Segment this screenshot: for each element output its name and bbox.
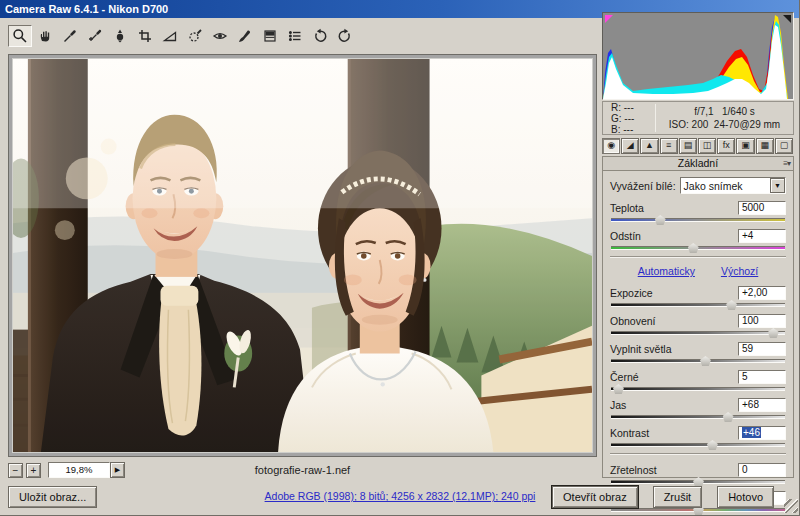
jas-slider[interactable] xyxy=(611,415,785,419)
vyplnit-svetla-value-input[interactable]: 59 xyxy=(738,342,786,356)
separator xyxy=(610,453,786,455)
teplota-slider[interactable] xyxy=(611,218,785,222)
exposure-info: f/7,1 1/640 s ISO: 200 24-70@29 mm xyxy=(656,105,793,131)
photo-preview[interactable] xyxy=(12,58,593,453)
tab-tone-curve[interactable]: ◢ xyxy=(621,138,639,154)
slider-thumb[interactable] xyxy=(768,328,779,338)
eyedropper-icon xyxy=(62,28,78,44)
white-balance-label: Vyvážení bílé: xyxy=(610,180,676,192)
targeted-adjustment-tool-button[interactable] xyxy=(108,25,132,47)
adjustment-brush-tool-button[interactable] xyxy=(233,25,257,47)
adjustment-tabs: ◉ ◢ ▲ ≡ ▤ ◫ fx ▣ ▦ ▢ xyxy=(602,138,794,154)
chevron-down-icon: ▼ xyxy=(770,178,785,193)
panel-header: Základní ≡▾ xyxy=(602,156,794,170)
rgb-readout: R: --- G: --- B: --- xyxy=(603,102,655,135)
camera-raw-dialog: Camera Raw 6.4.1 - Nikon D700 ✓ Náhled ↔ xyxy=(0,0,800,516)
obnoveni-value-input[interactable]: 100 xyxy=(738,314,786,328)
tab-split-toning[interactable]: ▤ xyxy=(679,138,697,154)
white-balance-value: Jako snímek xyxy=(681,180,770,192)
tab-detail[interactable]: ▲ xyxy=(640,138,658,154)
default-link[interactable]: Výchozí xyxy=(721,265,758,277)
slider-thumb[interactable] xyxy=(723,412,734,422)
slider-thumb[interactable] xyxy=(707,440,718,450)
tab-snapshots[interactable]: ▢ xyxy=(775,138,793,154)
tab-hsl-grayscale[interactable]: ≡ xyxy=(660,138,678,154)
red-eye-removal-tool-button[interactable] xyxy=(208,25,232,47)
slider-row-kontrast: Kontrast +46 xyxy=(610,425,786,447)
shadow-clipping-indicator[interactable] xyxy=(605,15,613,23)
slider-thumb[interactable] xyxy=(700,356,711,366)
zretelnost-value-input[interactable]: 0 xyxy=(738,463,786,477)
window-title: Camera Raw 6.4.1 - Nikon D700 xyxy=(5,3,168,15)
white-balance-select[interactable]: Jako snímek ▼ xyxy=(680,177,786,194)
teplota-value-input[interactable]: 5000 xyxy=(738,201,786,215)
cancel-button[interactable]: Zrušit xyxy=(653,486,703,508)
color-sampler-tool-button[interactable] xyxy=(83,25,107,47)
slider-thumb[interactable] xyxy=(655,215,666,225)
straighten-icon xyxy=(162,28,178,44)
vyplnit-svetla-slider[interactable] xyxy=(611,359,785,363)
viewer-statusbar: − + 19,8% ▶ fotografie-raw-1.nef xyxy=(8,460,597,480)
spot-removal-tool-button[interactable] xyxy=(183,25,207,47)
slider-thumb[interactable] xyxy=(688,243,699,253)
rotate-right-tool-button[interactable] xyxy=(333,25,357,47)
slider-row-vyplnit-svetla: Vyplnit světla 59 xyxy=(610,341,786,363)
odstin-slider[interactable] xyxy=(611,246,785,250)
tab-lens-corrections[interactable]: ◫ xyxy=(698,138,716,154)
slider-thumb[interactable] xyxy=(726,300,737,310)
odstin-value-input[interactable]: +4 xyxy=(738,229,786,243)
zoom-level-field[interactable]: 19,8% xyxy=(48,462,110,478)
kontrast-value-input[interactable]: +46 xyxy=(738,426,786,440)
tab-camera-calibration[interactable]: ▣ xyxy=(736,138,754,154)
rotate-cw-icon xyxy=(337,28,353,44)
slider-row-teplota: Teplota 5000 xyxy=(610,200,786,222)
done-button[interactable]: Hotovo xyxy=(717,486,774,508)
footer-bar: Uložit obraz... Adobe RGB (1998); 8 bitů… xyxy=(0,481,800,515)
list-icon xyxy=(287,28,303,44)
white-balance-tool-button[interactable] xyxy=(58,25,82,47)
panel-menu-icon[interactable]: ≡▾ xyxy=(783,158,790,170)
hand-icon xyxy=(37,28,53,44)
preferences-tool-button[interactable] xyxy=(283,25,307,47)
brush-icon xyxy=(237,28,253,44)
tab-effects[interactable]: fx xyxy=(717,138,735,154)
crop-icon xyxy=(137,28,153,44)
rotate-ccw-icon xyxy=(312,28,328,44)
auto-default-links: Automaticky Výchozí xyxy=(610,265,786,277)
target-icon xyxy=(112,28,128,44)
workflow-options-link[interactable]: Adobe RGB (1998); 8 bitů; 4256 x 2832 (1… xyxy=(265,490,536,502)
slider-thumb[interactable] xyxy=(613,384,624,394)
expozice-value-input[interactable]: +2,00 xyxy=(738,286,786,300)
tab-basic[interactable]: ◉ xyxy=(602,138,620,154)
graduated-filter-tool-button[interactable] xyxy=(258,25,282,47)
magnifier-icon xyxy=(12,28,28,44)
auto-link[interactable]: Automaticky xyxy=(638,265,695,277)
tab-presets[interactable]: ▦ xyxy=(756,138,774,154)
slider-row-odstin: Odstín +4 xyxy=(610,228,786,250)
save-image-button[interactable]: Uložit obraz... xyxy=(8,486,97,508)
slider-row-obnoveni: Obnovení 100 xyxy=(610,313,786,335)
jas-value-input[interactable]: +68 xyxy=(738,398,786,412)
expozice-slider[interactable] xyxy=(611,303,785,307)
histogram[interactable] xyxy=(602,12,794,100)
crop-tool-button[interactable] xyxy=(133,25,157,47)
slider-row-jas: Jas +68 xyxy=(610,397,786,419)
separator xyxy=(610,256,786,258)
white-balance-row: Vyvážení bílé: Jako snímek ▼ xyxy=(610,177,786,194)
exif-info: R: --- G: --- B: --- f/7,1 1/640 s ISO: … xyxy=(602,101,794,135)
kontrast-slider[interactable] xyxy=(611,443,785,447)
resize-grip[interactable] xyxy=(784,499,798,513)
highlight-clipping-indicator[interactable] xyxy=(783,15,791,23)
hand-tool-button[interactable] xyxy=(33,25,57,47)
cerne-value-input[interactable]: 5 xyxy=(738,370,786,384)
zoom-out-button[interactable]: − xyxy=(8,463,23,478)
zoom-level-dropdown-button[interactable]: ▶ xyxy=(110,462,125,478)
cerne-slider[interactable] xyxy=(611,387,785,391)
obnoveni-slider[interactable] xyxy=(611,331,785,335)
zoom-in-button[interactable]: + xyxy=(26,463,41,478)
rotate-left-tool-button[interactable] xyxy=(308,25,332,47)
open-image-button[interactable]: Otevřít obraz xyxy=(552,486,638,508)
histogram-plot xyxy=(603,13,793,99)
zoom-tool-button[interactable] xyxy=(8,25,32,47)
straighten-tool-button[interactable] xyxy=(158,25,182,47)
